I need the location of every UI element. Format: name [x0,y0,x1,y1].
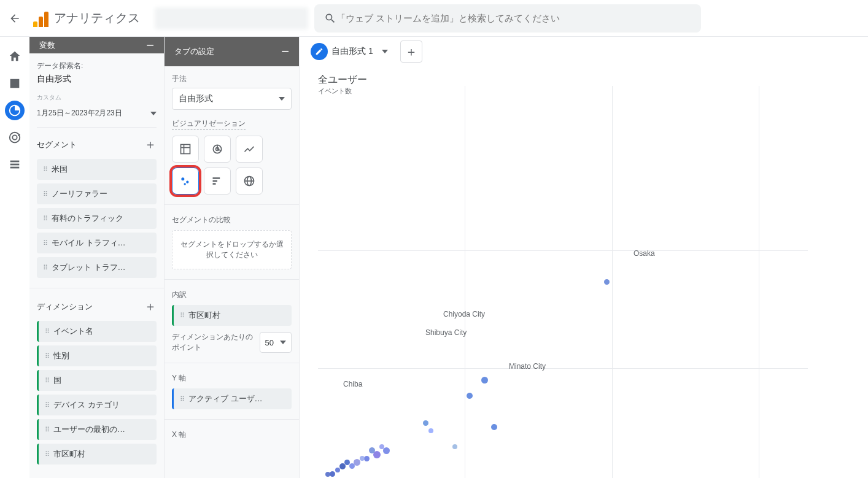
scatter-point[interactable] [428,428,433,433]
chevron-down-icon [280,341,286,344]
scatter-subtitle: イベント数 [318,87,868,96]
y-axis-chip[interactable]: ⠿アクティブ ユーザ… [172,388,292,409]
dimension-chip-label: 国 [53,375,61,386]
scatter-point[interactable] [335,468,340,472]
viz-scatter-button[interactable] [172,168,199,195]
segment-comparison-label: セグメントの比較 [172,215,292,225]
scatter-point-label: Osaka [634,249,655,258]
segment-chip[interactable]: ⠿有料のトラフィック [37,208,157,229]
edit-tab-icon [311,43,328,60]
svg-point-2 [12,135,17,139]
exploration-canvas: 自由形式 1 ＋ 全ユーザー イベント数 OsakaChiyoda CitySh… [300,37,868,478]
app-name: アナリティクス [54,10,140,26]
dimension-chip[interactable]: ⠿デバイス カテゴリ [37,395,157,415]
segment-chip[interactable]: ⠿タブレット トラフ… [37,257,157,278]
segment-drop-zone[interactable]: セグメントをドロップするか選択してください [172,230,292,269]
dimension-chip-label: イベント名 [53,326,93,337]
collapse-variables-button[interactable]: − [146,37,154,53]
chevron-down-icon [279,97,285,101]
dimension-chip[interactable]: ⠿性別 [37,345,157,366]
drag-handle-icon: ⠿ [45,377,48,385]
property-selector[interactable] [155,7,308,29]
search-input[interactable] [336,13,691,23]
rail-advertising-icon[interactable] [5,128,25,147]
scatter-point[interactable] [452,444,457,449]
svg-point-15 [184,183,186,185]
drag-handle-icon: ⠿ [43,264,47,272]
scatter-point[interactable] [364,456,370,461]
drag-handle-icon: ⠿ [43,190,47,198]
svg-rect-16 [213,177,220,179]
segments-heading: セグメント [37,139,77,150]
rail-configure-icon[interactable] [5,155,25,174]
viz-table-button[interactable] [172,136,199,163]
search-box[interactable] [314,4,701,33]
svg-rect-18 [213,183,216,185]
breakdown-chip[interactable]: ⠿市区町村 [172,305,292,326]
exploration-tab[interactable]: 自由形式 1 [304,40,394,63]
add-segment-button[interactable]: ＋ [144,136,157,153]
breakdown-label: 内訳 [172,290,292,300]
scatter-point[interactable] [491,424,497,430]
rail-reports-icon[interactable] [5,74,25,93]
y-axis-label: Y 軸 [172,373,292,384]
date-range-picker[interactable]: 1月25日～2023年2月23日 [37,104,157,128]
scatter-point-label: Chiyoda City [443,310,485,318]
dimension-chip[interactable]: ⠿国 [37,370,157,391]
date-hint: カスタム [37,93,157,102]
drag-handle-icon: ⠿ [43,239,47,247]
viz-line-button[interactable] [236,136,263,163]
tab-settings-panel: タブの設定 − 手法 自由形式 ビジュアリゼーション セグメントの比較 セグメン… [165,37,300,478]
svg-rect-3 [10,161,20,163]
scatter-point[interactable] [467,393,473,399]
scatter-point[interactable] [354,459,360,466]
drag-handle-icon: ⠿ [45,401,48,409]
scatter-point[interactable] [360,456,365,461]
scatter-point[interactable] [339,463,346,469]
viz-donut-button[interactable] [204,136,231,163]
scatter-point[interactable] [349,463,355,469]
dimensions-heading: ディメンション [37,301,93,312]
scatter-point[interactable] [330,471,335,477]
back-button[interactable] [0,4,29,33]
scatter-point[interactable] [383,447,390,454]
svg-point-13 [181,177,184,180]
dimension-chip[interactable]: ⠿市区町村 [37,444,157,465]
rail-explore-icon[interactable] [5,101,25,120]
drag-handle-icon: ⠿ [45,450,48,458]
chevron-down-icon [150,112,157,115]
dimension-chip[interactable]: ⠿イベント名 [37,321,157,342]
svg-rect-17 [213,180,218,182]
scatter-point-label: Minato City [509,362,546,371]
scatter-point[interactable] [325,472,330,477]
segment-chip[interactable]: ⠿モバイル トラフィ… [37,233,157,253]
viz-bar-button[interactable] [204,168,231,195]
svg-rect-4 [10,164,20,166]
exploration-name-value[interactable]: 自由形式 [37,74,157,85]
scatter-point[interactable] [604,279,610,285]
dimension-chip-label: デバイス カテゴリ [53,399,120,411]
segment-chip-label: 有料のトラフィック [52,213,123,224]
scatter-point[interactable] [423,420,428,426]
points-per-dim-select[interactable]: 50 [260,332,292,353]
scatter-title: 全ユーザー [318,74,868,87]
scatter-point[interactable] [379,444,384,449]
scatter-point[interactable] [481,377,488,384]
add-dimension-button[interactable]: ＋ [144,298,157,315]
collapse-tab-settings-button[interactable]: − [281,44,289,60]
drag-handle-icon: ⠿ [45,328,48,336]
scatter-plot[interactable]: 全ユーザー イベント数 OsakaChiyoda CityShibuya Cit… [318,74,868,478]
tab-settings-title: タブの設定 [174,46,214,57]
exploration-name-label: データ探索名: [37,61,157,71]
segment-chip[interactable]: ⠿米国 [37,159,157,180]
add-tab-button[interactable]: ＋ [400,40,422,63]
drag-handle-icon: ⠿ [43,166,47,174]
viz-geo-button[interactable] [236,168,263,195]
scatter-point[interactable] [369,447,375,453]
date-range-value: 1月25日～2023年2月23日 [37,108,122,118]
rail-home-icon[interactable] [5,47,25,66]
dimension-chip[interactable]: ⠿ユーザーの最初の… [37,419,157,440]
technique-select[interactable]: 自由形式 [172,88,292,110]
exploration-tab-name: 自由形式 1 [331,46,373,57]
segment-chip[interactable]: ⠿ノーリファラー [37,183,157,204]
